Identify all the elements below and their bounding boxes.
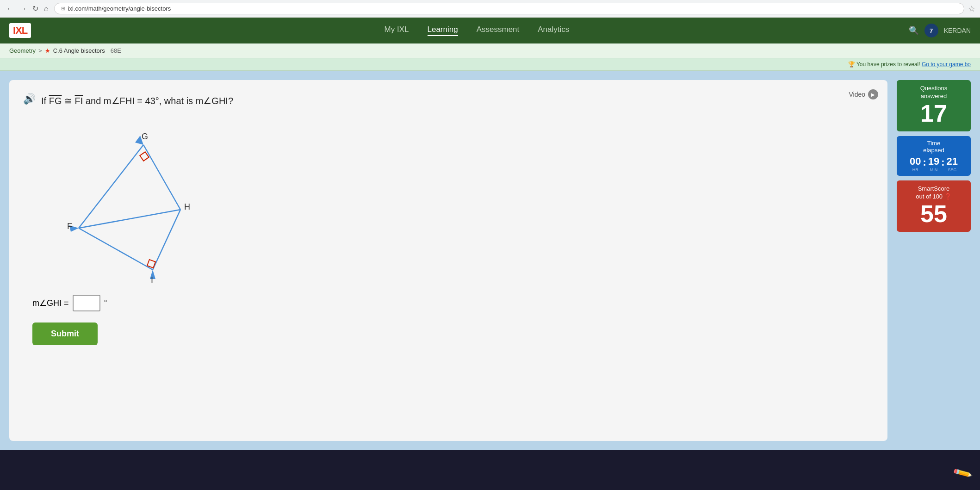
breadcrumb-bar: Geometry > ★ C.6 Angle bisectors 68E (0, 43, 980, 58)
svg-line-2 (143, 145, 180, 210)
time-elapsed-box: Timeelapsed 00 HR : 19 MIN : 21 SEC (897, 136, 971, 176)
timer-sec-unit: SEC (947, 167, 958, 172)
timer-display: 00 HR : 19 MIN : 21 SEC (903, 155, 964, 172)
smart-score-label: SmartScoreout of 100 ❓ (903, 185, 964, 201)
label-f: F (67, 222, 72, 231)
nav-buttons: ← → ↻ ⌂ (5, 3, 50, 14)
username-text: KERDAN (944, 27, 971, 34)
nav-links: My IXL Learning Assessment Analytics (45, 25, 908, 36)
breadcrumb-geometry[interactable]: Geometry (9, 47, 36, 54)
breadcrumb-star: ★ (45, 47, 50, 54)
video-play-icon[interactable]: ▶ (868, 89, 878, 99)
audio-button[interactable]: 🔊 (23, 93, 36, 105)
fg-label: FG (49, 96, 62, 106)
ixl-logo[interactable]: IXL (9, 23, 31, 38)
question-card: Video ▶ 🔊 If FG ≅ FI and m∠FHI = 43°, wh… (9, 80, 887, 441)
nav-assessment[interactable]: Assessment (477, 25, 520, 36)
svg-line-0 (79, 210, 180, 228)
video-btn-area: Video ▶ (849, 89, 878, 99)
browser-chrome: ← → ↻ ⌂ ⊞ ixl.com/math/geometry/angle-bi… (0, 0, 980, 18)
refresh-button[interactable]: ↻ (31, 3, 40, 14)
submit-button[interactable]: Submit (32, 323, 98, 345)
nav-my-ixl[interactable]: My IXL (385, 25, 409, 36)
prize-icon: 🏆 (848, 61, 855, 68)
smart-score-value: 55 (903, 201, 964, 227)
timer-seconds-segment: 21 SEC (947, 155, 958, 172)
address-bar[interactable]: ⊞ ixl.com/math/geometry/angle-bisectors (54, 3, 964, 14)
logo-xl: XL (15, 25, 27, 36)
search-button[interactable]: 🔍 (909, 25, 919, 36)
video-label[interactable]: Video (849, 91, 865, 98)
label-g: G (142, 132, 148, 141)
questions-answered-value: 17 (903, 100, 964, 127)
prize-banner: 🏆 You have prizes to reveal! Go to your … (0, 58, 980, 71)
timer-hours: 00 (910, 155, 921, 167)
answer-label: m∠GHI = (32, 298, 69, 308)
prize-link[interactable]: Go to your game bo (922, 61, 971, 68)
fi-label: FI (75, 96, 83, 106)
geometry-diagram: G H F I (51, 117, 208, 284)
label-i: I (151, 275, 153, 284)
main-area: Video ▶ 🔊 If FG ≅ FI and m∠FHI = 43°, wh… (0, 71, 980, 450)
bookmark-button[interactable]: ☆ (968, 4, 975, 14)
diagram-container: G H F I (51, 117, 874, 285)
svg-line-1 (79, 145, 143, 228)
label-h: H (184, 202, 190, 211)
questions-answered-label: Questionsanswered (903, 85, 964, 100)
question-header: 🔊 If FG ≅ FI and m∠FHI = 43°, what is m∠… (23, 94, 874, 108)
timer-minutes-segment: 19 MIN (928, 155, 939, 172)
svg-line-4 (153, 210, 180, 270)
nav-learning[interactable]: Learning (428, 25, 458, 36)
svg-line-3 (79, 228, 153, 270)
timer-min-unit: MIN (928, 167, 939, 172)
question-text: If FG ≅ FI and m∠FHI = 43°, what is m∠GH… (41, 94, 233, 108)
degree-symbol: ° (104, 298, 107, 308)
breadcrumb-sep: > (38, 47, 42, 54)
breadcrumb-current: C.6 Angle bisectors (53, 47, 105, 54)
right-sidebar: Questionsanswered 17 Timeelapsed 00 HR :… (897, 80, 971, 441)
timer-colon-1: : (923, 155, 926, 172)
nav-analytics[interactable]: Analytics (538, 25, 569, 36)
back-button[interactable]: ← (5, 4, 16, 14)
svg-rect-8 (140, 152, 149, 161)
prize-text: You have prizes to reveal! (856, 61, 922, 68)
breadcrumb-code: 68E (111, 47, 121, 54)
timer-minutes: 19 (928, 155, 939, 167)
smart-score-box: SmartScoreout of 100 ❓ 55 (897, 180, 971, 232)
timer-colon-2: : (941, 155, 944, 172)
nav-right: 🔍 7 KERDAN (909, 24, 971, 37)
time-elapsed-label: Timeelapsed (903, 140, 964, 154)
home-button[interactable]: ⌂ (42, 4, 50, 14)
questions-answered-box: Questionsanswered 17 (897, 80, 971, 131)
timer-hours-segment: 00 HR (910, 155, 921, 172)
timer-hr-unit: HR (910, 167, 921, 172)
timer-seconds: 21 (947, 155, 958, 167)
angle-answer-input[interactable] (73, 295, 100, 311)
user-badge: 7 (924, 24, 938, 37)
ixl-navbar: IXL My IXL Learning Assessment Analytics… (0, 18, 980, 43)
forward-button[interactable]: → (18, 4, 29, 14)
url-text: ixl.com/math/geometry/angle-bisectors (68, 5, 171, 12)
answer-area: m∠GHI = ° (32, 295, 874, 311)
